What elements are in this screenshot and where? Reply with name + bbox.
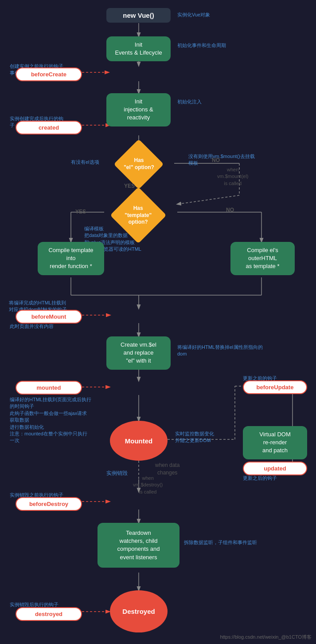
mounted-label4: 注意：mounted在整个实例中只执行一次 (10, 431, 92, 444)
when-mount-line3: is called (217, 180, 248, 187)
virtual-dom-line2: re-render (250, 439, 300, 446)
init-events-label: 初始化事件和生命周期 (177, 42, 226, 49)
mounted-label1: 编译好的HTML挂载到页面完成后执行的时间钩子 (10, 396, 92, 410)
has-template-no-label: NO (226, 207, 234, 213)
when-mount-line2: vm.$mount(el) (217, 173, 248, 180)
destroyed-circle: Destroyed (110, 590, 168, 632)
watermark: https://blog.csdn.net/weixin_@b1CTO博客 (220, 634, 312, 640)
lifecycle-diagram: new Vue() 实例化Vue对象 Init Events & Lifecyc… (0, 0, 316, 644)
mounted-label3: 进行数据初始化 (10, 424, 92, 431)
create-vm-line2: and replace (113, 349, 164, 357)
virtual-dom-node: Virtual DOM re-render and patch (243, 426, 307, 459)
teardown-line2: watchers, child (105, 537, 172, 545)
mounted-ann: 编译好的HTML挂载到页面完成后执行的时间钩子 此钩子函数中一般会做一些ajax… (10, 396, 92, 444)
has-template-line2: "template" option? (118, 212, 158, 225)
when-mount-ann: when vm.$mount(el) is called (217, 166, 248, 187)
mounted-label2: 此钩子函数中一般会做一些ajax请求获取数据 (10, 410, 92, 424)
compile-note1: 编译模板 (84, 225, 141, 232)
has-el-ann: 有没有el选项 (71, 159, 99, 166)
before-update-hook: beforeUpdate (243, 380, 307, 394)
before-mount-hook: beforeMount (16, 310, 82, 324)
has-el-no-label: NO (212, 157, 220, 163)
has-el-diamond: Has "el" option? (110, 146, 168, 182)
init-events-line1: Init (113, 41, 164, 49)
compile-el-line1: Compile el's (238, 246, 288, 254)
virtual-dom-line1: Virtual DOM (250, 431, 300, 439)
has-template-line1: Has (118, 205, 158, 212)
compile-el-line2: outerHTML (238, 254, 288, 262)
compile-el-line3: as template * (238, 262, 288, 270)
compile-el-node: Compile el's outerHTML as template * (230, 242, 295, 275)
teardown-line3: components and (105, 545, 172, 553)
new-vue-node: new Vue() (106, 8, 171, 23)
create-vm-line3: "el" with it (113, 357, 164, 365)
compile-template-line2: render function * (45, 262, 97, 270)
created-hook: created (16, 121, 82, 134)
monitor-label1: 实时监控数据变化 (175, 431, 214, 437)
before-create-hook: beforeCreate (16, 67, 82, 81)
compile-note2: 把data对象里的数据 (84, 232, 141, 239)
teardown-ann: 拆除数据监听，子组件和事件监听 (184, 539, 273, 546)
instantiate-label: 实例化Vue对象 (177, 12, 210, 18)
init-events-node: Init Events & Lifecycle (106, 36, 171, 61)
when-mount-line1: when (217, 166, 248, 173)
has-el-yes-label: YES (124, 183, 135, 189)
no-el-label: 没有则使用vm.$mount()去挂载模板 (188, 153, 257, 167)
when-destroy-line2: vm.$destroy() (133, 482, 163, 488)
compile-template-line1: Compile template into (45, 246, 97, 262)
page-no-content-ann: 此时页面并没有内容 (10, 323, 54, 330)
replace-ann: 将编译好的HTML替换掉el属性所指向的dom (177, 344, 266, 358)
virtual-dom-line3: and patch (250, 446, 300, 454)
init-events-line2: Events & Lifecycle (113, 49, 164, 57)
when-destroy-line3: is called (133, 489, 163, 495)
create-vm-node: Create vm.$el and replace "el" with it (106, 336, 171, 370)
no-el-ann: 没有则使用vm.$mount()去挂载模板 (188, 153, 257, 167)
svg-line-12 (177, 195, 239, 204)
when-data-line1: when data (155, 462, 179, 469)
updated-ann: 更新之后的钩子 (243, 475, 277, 482)
init-injections-node: Init injections & reactivity (106, 93, 171, 126)
mounted-circle: Mounted (110, 421, 168, 461)
monitor-ann: 实时监控数据变化 并随之更新DOM (175, 431, 214, 444)
has-el-line1: Has (124, 157, 154, 164)
teardown-line1: Teardown (105, 529, 172, 537)
destroy-label-ann: 实例销毁 (106, 470, 128, 477)
updated-hook: updated (243, 462, 307, 475)
destroyed-hook-box: destroyed (16, 607, 82, 621)
when-data-changes-ann: when data changes (155, 462, 179, 477)
monitor-label2: 并随之更新DOM (175, 437, 214, 444)
has-template-yes-label: YES (75, 209, 86, 215)
init-injections-line1: Init (113, 98, 164, 106)
before-mount-label1: 将编译完成的HTML挂载到 (9, 300, 69, 306)
init-injections-label: 初始化注入 (177, 99, 202, 105)
mounted-hook: mounted (16, 381, 82, 395)
init-injections-line2: injections & reactivity (113, 106, 164, 122)
has-el-line2: "el" option? (124, 164, 154, 171)
compile-template-node: Compile template into render function * (38, 242, 104, 275)
before-destroy-hook: beforeDestroy (16, 497, 82, 511)
teardown-line4: event listeners (105, 553, 172, 561)
when-destroy-line1: when (133, 475, 163, 482)
create-vm-line1: Create vm.$el (113, 341, 164, 349)
when-destroy-ann: when vm.$destroy() is called (133, 475, 163, 495)
teardown-node: Teardown watchers, child components and … (98, 523, 179, 568)
